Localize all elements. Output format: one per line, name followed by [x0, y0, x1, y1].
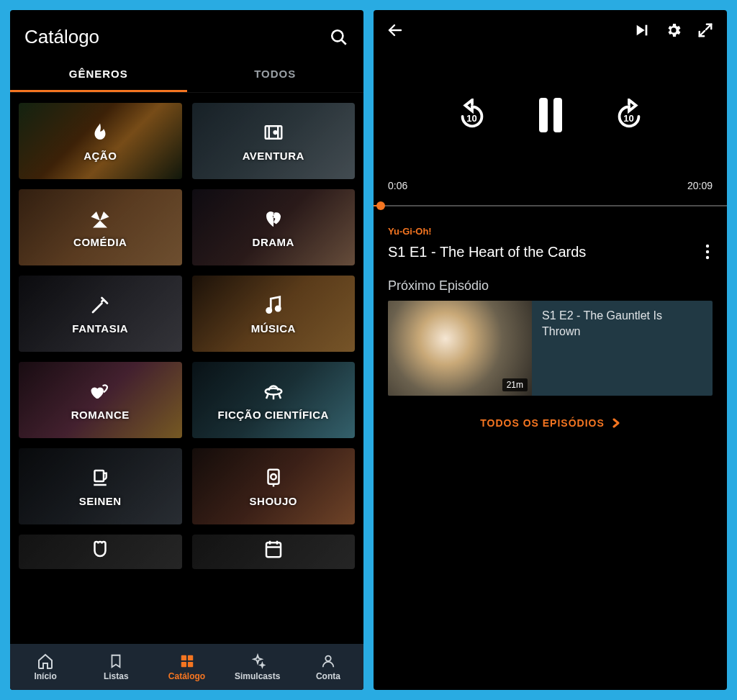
genre-tile-a-o[interactable]: AÇÃO: [19, 103, 182, 179]
svg-point-31: [706, 256, 709, 259]
svg-point-5: [276, 306, 280, 310]
nav-item-simulcasts[interactable]: Simulcasts: [222, 644, 293, 690]
forward-seconds-label: 10: [612, 99, 646, 132]
bookmark-icon: [107, 653, 125, 670]
forward-10-button[interactable]: 10: [612, 99, 646, 132]
skip-next-button[interactable]: [632, 20, 652, 40]
seek-thumb[interactable]: [376, 201, 385, 210]
time-total: 20:09: [687, 180, 713, 191]
grid-icon: [178, 653, 196, 670]
svg-rect-15: [266, 542, 281, 557]
genre-label: SHOUJO: [250, 495, 297, 507]
catalog-tabs: GÊNEROS TODOS: [10, 55, 363, 93]
genre-tile-m-sica[interactable]: MÚSICA: [192, 276, 356, 352]
pause-icon: [553, 98, 562, 132]
seek-bar[interactable]: [374, 199, 727, 213]
genre-label: SEINEN: [79, 495, 122, 507]
cup-icon: [89, 466, 112, 489]
sparkle-icon: [249, 653, 266, 670]
calendar-icon: [262, 537, 285, 560]
svg-line-1: [341, 40, 345, 44]
next-episode-thumbnail: 21m: [388, 301, 532, 396]
svg-rect-21: [181, 662, 186, 667]
duration-badge: 21m: [502, 378, 528, 391]
chevron-right-icon: [612, 418, 620, 428]
genre-tile-overflow[interactable]: [19, 535, 182, 569]
svg-rect-26: [646, 25, 648, 36]
svg-rect-20: [187, 655, 192, 660]
flower-icon: [262, 466, 285, 489]
episode-more-button[interactable]: [702, 241, 713, 263]
genre-label: COMÉDIA: [73, 236, 127, 248]
svg-point-3: [273, 131, 276, 134]
more-vert-icon: [705, 244, 710, 260]
genre-tile-seinen[interactable]: SEINEN: [19, 448, 182, 524]
heartbreak-icon: [262, 207, 285, 230]
genre-tile-drama[interactable]: DRAMA: [192, 189, 356, 265]
sword-icon: [89, 294, 112, 317]
genre-label: FANTASIA: [72, 322, 128, 335]
nav-label: Simulcasts: [235, 671, 280, 681]
genre-tile-fic-o-cient-fica[interactable]: FICÇÃO CIENTÍFICA: [192, 362, 356, 438]
play-pause-button[interactable]: [539, 98, 562, 132]
gear-icon: [665, 22, 682, 39]
svg-point-0: [332, 30, 343, 41]
genre-tile-aventura[interactable]: AVENTURA: [192, 103, 356, 179]
flame-icon: [89, 121, 112, 144]
arrow-left-icon: [386, 22, 404, 39]
all-episodes-button[interactable]: TODOS OS EPISÓDIOS: [374, 417, 727, 429]
page-title: Catálogo: [24, 26, 99, 48]
svg-line-9: [279, 394, 281, 398]
nav-item-catálogo[interactable]: Catálogo: [151, 644, 222, 690]
back-button[interactable]: [385, 20, 405, 40]
next-episode-heading: Próximo Episódio: [374, 263, 727, 301]
next-episode-title: S1 E2 - The Gauntlet Is Thrown: [532, 301, 713, 396]
genre-label: ROMANCE: [71, 409, 130, 421]
player-topbar: [374, 10, 727, 50]
nav-label: Listas: [104, 671, 129, 681]
nav-item-listas[interactable]: Listas: [81, 644, 151, 690]
account-icon: [320, 653, 337, 670]
fist-icon: [89, 537, 112, 560]
svg-rect-12: [268, 469, 279, 483]
genre-tile-com-dia[interactable]: COMÉDIA: [19, 189, 182, 265]
catalog-screen: Catálogo GÊNEROS TODOS AÇÃOAVENTURACOMÉD…: [10, 10, 363, 690]
episode-meta: Yu-Gi-Oh! S1 E1 - The Heart of the Cards: [374, 213, 727, 263]
genre-label: AÇÃO: [83, 150, 117, 162]
svg-point-4: [266, 308, 271, 312]
svg-rect-19: [181, 655, 186, 660]
genre-tile-shoujo[interactable]: SHOUJO: [192, 448, 356, 524]
genre-tile-romance[interactable]: ROMANCE: [19, 362, 182, 438]
svg-point-30: [706, 250, 709, 253]
home-icon: [37, 653, 54, 670]
seek-track: [374, 205, 727, 206]
map-icon: [262, 121, 285, 144]
rewind-10-button[interactable]: 10: [456, 99, 489, 132]
series-name[interactable]: Yu-Gi-Oh!: [388, 226, 713, 237]
search-button[interactable]: [329, 27, 349, 47]
search-icon: [330, 28, 348, 47]
fullscreen-button[interactable]: [695, 20, 715, 40]
settings-button[interactable]: [664, 20, 684, 40]
player-screen: 10 10 0:06 20:09 Yu-Gi-Oh! S1 E1 - The H…: [374, 10, 727, 690]
svg-point-13: [271, 474, 276, 480]
nav-item-início[interactable]: Início: [10, 644, 81, 690]
catalog-header: Catálogo: [10, 10, 363, 55]
nav-item-conta[interactable]: Conta: [293, 644, 363, 690]
next-episode-card[interactable]: 21m S1 E2 - The Gauntlet Is Thrown: [388, 301, 713, 396]
rewind-seconds-label: 10: [456, 99, 489, 132]
svg-point-23: [325, 656, 330, 661]
episode-title: S1 E1 - The Heart of the Cards: [388, 244, 586, 260]
fan-icon: [89, 207, 112, 230]
all-episodes-label: TODOS OS EPISÓDIOS: [480, 417, 605, 429]
genre-tile-fantasia[interactable]: FANTASIA: [19, 276, 182, 352]
genre-tile-overflow[interactable]: [192, 535, 356, 569]
genre-label: AVENTURA: [243, 150, 304, 162]
time-row: 0:06 20:09: [374, 180, 727, 191]
genre-grid[interactable]: AÇÃOAVENTURACOMÉDIADRAMAFANTASIAMÚSICARO…: [10, 93, 363, 644]
pause-icon: [539, 98, 548, 132]
tab-genres[interactable]: GÊNEROS: [10, 55, 187, 92]
tab-all[interactable]: TODOS: [187, 55, 364, 92]
svg-rect-10: [95, 471, 104, 481]
nav-label: Conta: [316, 671, 340, 681]
